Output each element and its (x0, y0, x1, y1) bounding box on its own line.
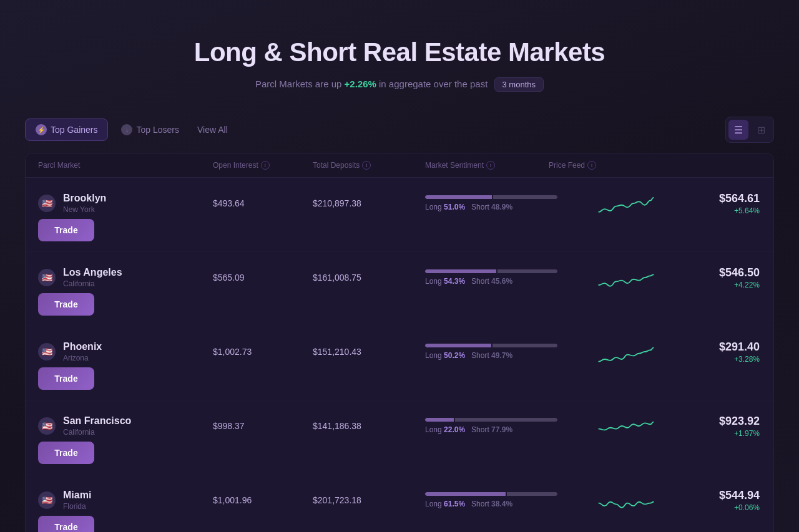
bar-short-3 (455, 418, 557, 422)
market-city-4: Miami (63, 490, 91, 501)
sentiment-cell-0: Long 51.0% Short 48.9% (425, 195, 557, 211)
flag-0: 🇺🇸 (38, 195, 56, 212)
total-deposits-cell-2: $151,210.43 (313, 347, 425, 357)
table-body: 🇺🇸 Brooklyn New York $493.64 $210,897.38… (26, 178, 773, 532)
market-city-3: San Francisco (63, 415, 131, 427)
total-deposits-cell-0: $210,897.38 (313, 198, 425, 208)
open-interest-cell-1: $565.09 (213, 273, 313, 283)
sentiment-bar-3 (425, 418, 557, 422)
sentiment-cell-3: Long 22.0% Short 77.9% (425, 418, 557, 434)
subtitle-positive: +2.26% (345, 79, 376, 89)
table-row: 🇺🇸 Brooklyn New York $493.64 $210,897.38… (26, 178, 773, 252)
top-gainers-label: Top Gainers (51, 125, 97, 135)
price-value-4: $544.94 (695, 489, 760, 502)
bar-long-2 (425, 344, 491, 347)
table-header: Parcl Market Open Interest i Total Depos… (26, 153, 773, 178)
total-deposits-info-icon: i (362, 161, 371, 170)
market-state-1: California (63, 279, 122, 288)
trade-button-2[interactable]: Trade (38, 367, 94, 390)
sentiment-bar-4 (425, 492, 557, 496)
chart-cell-3 (557, 410, 695, 442)
price-feed-info-icon: i (587, 161, 596, 170)
trade-button-3[interactable]: Trade (38, 442, 94, 464)
flag-1: 🇺🇸 (38, 269, 56, 286)
action-cell-4: Trade (38, 516, 213, 532)
subtitle-before: Parcl Markets are up (255, 79, 345, 89)
chart-cell-2 (557, 336, 695, 367)
sentiment-cell-1: Long 54.3% Short 45.6% (425, 269, 557, 286)
tab-controls: ⚡ Top Gainers ↓ Top Losers View All ☰ ⊞ (0, 117, 799, 143)
price-value-3: $923.92 (695, 415, 760, 428)
price-change-0: +5.64% (695, 206, 760, 215)
grid-view-button[interactable]: ⊞ (751, 120, 771, 140)
bar-short-1 (498, 269, 557, 273)
price-cell-2: $291.40 +3.28% (695, 341, 770, 364)
header-open-interest: Open Interest i (213, 161, 313, 170)
trade-button-0[interactable]: Trade (38, 219, 94, 241)
table-row: 🇺🇸 Los Angeles California $565.09 $161,0… (26, 252, 773, 326)
price-change-4: +0.06% (695, 503, 760, 512)
bar-long-4 (425, 492, 506, 496)
price-change-1: +4.22% (695, 281, 760, 289)
market-city-0: Brooklyn (63, 193, 106, 204)
total-deposits-cell-4: $201,723.18 (313, 495, 425, 505)
label-short-2: Short 49.7% (471, 351, 512, 360)
label-long-0: Long 51.0% (425, 203, 465, 211)
sentiment-cell-2: Long 50.2% Short 49.7% (425, 344, 557, 360)
open-interest-info-icon: i (261, 161, 270, 170)
open-interest-cell-3: $998.37 (213, 421, 313, 431)
action-cell-0: Trade (38, 219, 213, 241)
flag-2: 🇺🇸 (38, 343, 56, 360)
price-value-0: $564.61 (695, 192, 760, 205)
sentiment-bar-1 (425, 269, 557, 273)
top-gainers-tab[interactable]: ⚡ Top Gainers (25, 118, 108, 141)
list-view-button[interactable]: ☰ (728, 120, 748, 140)
label-long-2: Long 50.2% (425, 351, 465, 360)
price-cell-0: $564.61 +5.64% (695, 192, 770, 215)
label-short-4: Short 38.4% (471, 500, 512, 508)
price-change-3: +1.97% (695, 429, 760, 438)
market-cell-1: 🇺🇸 Los Angeles California (38, 267, 213, 288)
bar-short-2 (493, 344, 558, 347)
subtitle: Parcl Markets are up +2.26% in aggregate… (12, 77, 787, 92)
page-title: Long & Short Real Estate Markets (12, 37, 787, 67)
label-long-4: Long 61.5% (425, 500, 465, 508)
price-change-2: +3.28% (695, 355, 760, 364)
market-sentiment-info-icon: i (486, 161, 495, 170)
label-long-1: Long 54.3% (425, 277, 465, 286)
header-price-feed: Price Feed i (549, 161, 686, 170)
market-cell-3: 🇺🇸 San Francisco California (38, 415, 213, 437)
chart-cell-0 (557, 188, 695, 219)
top-losers-tab[interactable]: ↓ Top Losers (110, 118, 189, 141)
total-deposits-cell-3: $141,186.38 (313, 421, 425, 431)
bar-long-0 (425, 195, 492, 199)
header-total-deposits: Total Deposits i (313, 161, 425, 170)
open-interest-cell-4: $1,001.96 (213, 495, 313, 505)
sentiment-labels-2: Long 50.2% Short 49.7% (425, 351, 557, 360)
trade-button-1[interactable]: Trade (38, 293, 94, 316)
table-row: 🇺🇸 San Francisco California $998.37 $141… (26, 400, 773, 475)
open-interest-cell-2: $1,002.73 (213, 347, 313, 357)
market-state-0: New York (63, 205, 106, 214)
view-all-button[interactable]: View All (197, 125, 228, 135)
flag-3: 🇺🇸 (38, 417, 56, 435)
price-cell-1: $546.50 +4.22% (695, 266, 770, 289)
action-cell-2: Trade (38, 367, 213, 390)
period-button[interactable]: 3 months (494, 77, 544, 92)
top-gainers-icon: ⚡ (36, 124, 47, 135)
trade-button-4[interactable]: Trade (38, 516, 94, 532)
market-cell-0: 🇺🇸 Brooklyn New York (38, 193, 213, 214)
sentiment-bar-2 (425, 344, 557, 347)
bar-long-3 (425, 418, 454, 422)
markets-table: Parcl Market Open Interest i Total Depos… (25, 153, 774, 532)
bar-long-1 (425, 269, 496, 273)
sentiment-labels-3: Long 22.0% Short 77.9% (425, 425, 557, 434)
label-short-1: Short 45.6% (471, 277, 512, 286)
subtitle-after: in aggregate over the past (379, 79, 490, 89)
price-cell-4: $544.94 +0.06% (695, 489, 770, 512)
market-city-2: Phoenix (63, 341, 102, 352)
flag-4: 🇺🇸 (38, 491, 56, 509)
sentiment-labels-4: Long 61.5% Short 38.4% (425, 500, 557, 508)
sentiment-labels-0: Long 51.0% Short 48.9% (425, 203, 557, 211)
market-state-4: Florida (63, 502, 91, 511)
